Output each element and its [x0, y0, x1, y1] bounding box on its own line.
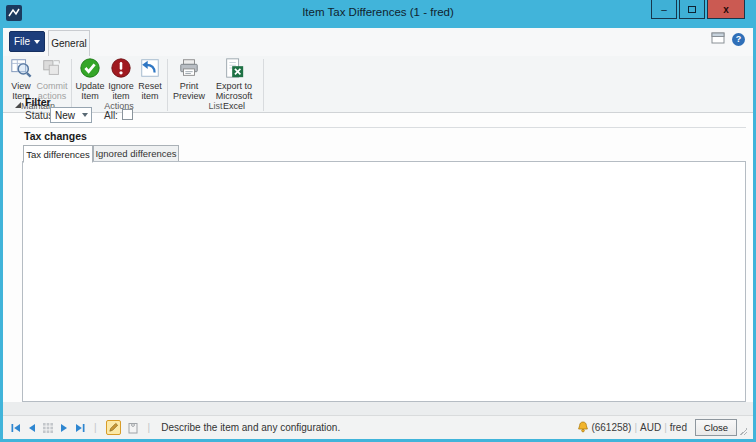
- currency-indicator: AUD: [640, 422, 661, 433]
- close-window-button[interactable]: x: [707, 0, 745, 19]
- all-label: All:: [104, 110, 118, 121]
- filter-collapse-icon[interactable]: [15, 102, 21, 108]
- item-tax-differences-window: Item Tax Differences (1 - fred) – x File…: [0, 0, 756, 442]
- grid-view-icon[interactable]: [43, 423, 53, 433]
- ignore-item-icon: [110, 57, 132, 79]
- commit-actions-icon: [41, 57, 63, 79]
- chevron-down-icon: [82, 113, 88, 117]
- next-record-icon[interactable]: [59, 423, 69, 433]
- close-button[interactable]: Close: [695, 419, 737, 436]
- group-label-list: List: [171, 101, 260, 111]
- notification-count[interactable]: (661258): [591, 422, 631, 433]
- update-item-button[interactable]: Update Item: [74, 57, 106, 103]
- chevron-down-icon: [34, 40, 40, 44]
- status-description: Describe the item and any configuration.: [161, 422, 340, 433]
- maximize-button[interactable]: [679, 0, 705, 19]
- ribbon-tab-row: File General ?: [3, 28, 753, 56]
- update-item-icon: [79, 57, 101, 79]
- export-excel-icon: [223, 57, 245, 79]
- edit-record-button[interactable]: [106, 420, 121, 435]
- maximize-icon: [688, 6, 696, 13]
- reset-item-icon: [139, 57, 161, 79]
- all-checkbox[interactable]: [122, 109, 133, 120]
- group-separator: [71, 59, 72, 111]
- ignore-item-button[interactable]: Ignore item: [107, 57, 135, 103]
- section-divider: [20, 127, 746, 128]
- tax-changes-header: Tax changes: [24, 130, 87, 142]
- titlebar: Item Tax Differences (1 - fred) – x: [0, 0, 756, 28]
- file-menu-label: File: [14, 36, 30, 47]
- statusbar: | | Describe the item and any configurat…: [3, 415, 753, 439]
- notification-bell-icon[interactable]: [577, 421, 589, 435]
- tax-differences-tabpage: [22, 161, 746, 402]
- reset-item-button[interactable]: Reset item: [136, 57, 164, 103]
- view-item-icon: [10, 57, 32, 79]
- status-dropdown[interactable]: New: [50, 107, 92, 123]
- pencil-icon: [108, 422, 119, 433]
- group-separator: [167, 59, 168, 111]
- minimize-button[interactable]: –: [651, 0, 677, 19]
- user-indicator: fred: [670, 422, 687, 433]
- help-icon[interactable]: ?: [732, 33, 745, 46]
- print-preview-icon: [178, 57, 200, 79]
- export-excel-button[interactable]: Export to Microsoft Excel: [208, 57, 260, 103]
- tab-general[interactable]: General: [48, 30, 90, 56]
- window-title: Item Tax Differences (1 - fred): [0, 6, 756, 18]
- ribbon: View Item Commit actions Maintain Update…: [3, 56, 753, 113]
- note-icon[interactable]: [127, 422, 139, 434]
- first-record-icon[interactable]: [11, 423, 21, 433]
- print-preview-button[interactable]: Print Preview: [171, 57, 207, 103]
- previous-record-icon[interactable]: [27, 423, 37, 433]
- resize-grip[interactable]: [740, 428, 747, 435]
- file-menu-button[interactable]: File: [9, 31, 45, 52]
- layout-icon[interactable]: [711, 32, 725, 46]
- tab-ignored-differences[interactable]: Ignored differences: [93, 145, 179, 162]
- form-footer-band: [3, 402, 753, 415]
- filter-section-header[interactable]: Filter: [25, 96, 51, 108]
- status-dropdown-value: New: [51, 110, 82, 121]
- tab-tax-differences[interactable]: Tax differences: [23, 145, 93, 163]
- group-separator: [263, 59, 264, 111]
- last-record-icon[interactable]: [75, 423, 85, 433]
